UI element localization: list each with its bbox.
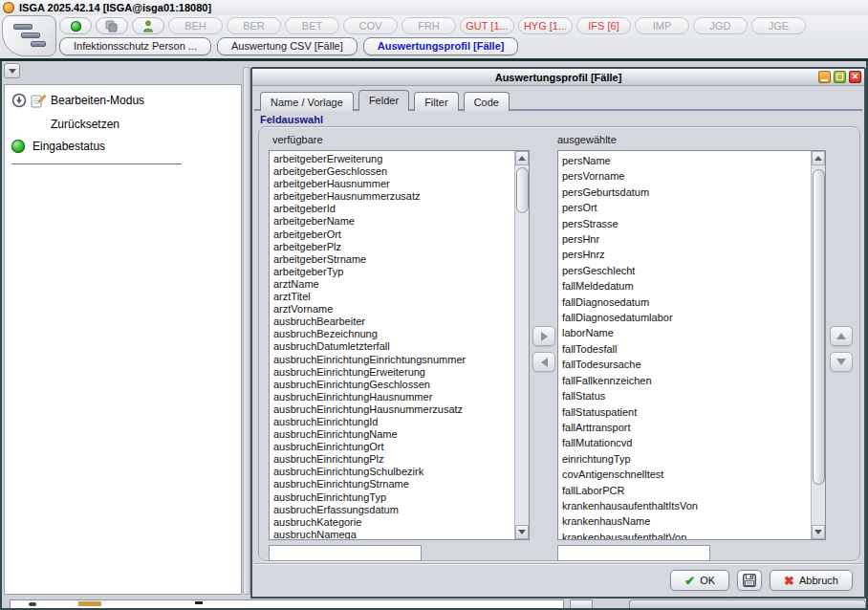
move-left-button[interactable] <box>532 352 555 372</box>
bottom-dropdown-button[interactable] <box>570 599 593 608</box>
dialog-tab[interactable]: Name / Vorlage <box>260 92 354 111</box>
list-item[interactable]: fallStatus <box>562 388 811 403</box>
status-green-button[interactable] <box>59 17 92 34</box>
list-item[interactable]: ausbruchKategorie <box>273 516 514 529</box>
list-item[interactable]: persHnr <box>562 231 811 247</box>
document-tab[interactable]: Infektionsschutz Person ... <box>59 37 211 55</box>
copy-button[interactable] <box>96 17 128 34</box>
list-item[interactable]: persHnrz <box>562 247 811 262</box>
save-button[interactable] <box>737 570 762 591</box>
available-scrollbar[interactable] <box>514 151 529 539</box>
module-tab[interactable]: BEH <box>168 17 223 34</box>
move-right-button[interactable] <box>532 326 555 346</box>
document-tab[interactable]: Auswertung CSV [Fälle] <box>217 37 358 55</box>
dialog-tab[interactable]: Felder <box>358 90 409 111</box>
document-tab[interactable]: Auswertungsprofil [Fälle] <box>363 37 519 55</box>
list-item[interactable]: fallStatuspatient <box>562 404 811 420</box>
list-item[interactable]: laborName <box>562 325 811 340</box>
list-item[interactable]: arbeitgeberHausnummer <box>273 178 514 190</box>
list-item[interactable]: ausbruchEinrichtungHausnummer <box>273 391 514 403</box>
selected-filter-input[interactable] <box>557 545 710 561</box>
move-up-button[interactable] <box>830 326 853 346</box>
module-tab[interactable]: FRH <box>401 17 456 34</box>
scroll-down-button[interactable] <box>812 525 825 539</box>
list-item[interactable]: ausbruchEinrichtungPlz <box>273 453 514 466</box>
list-item[interactable]: arbeitgeberStrname <box>273 253 514 266</box>
list-item[interactable]: persOrt <box>562 200 811 215</box>
module-tab[interactable]: BET <box>285 17 339 34</box>
list-item[interactable]: ausbruchDatumletzterfall <box>273 340 514 353</box>
list-item[interactable]: arbeitgeberOrt <box>273 229 514 241</box>
dialog-titlebar[interactable]: Auswertungsprofil [Fälle] ✕ <box>252 69 864 86</box>
list-item[interactable]: arztTitel <box>273 291 514 303</box>
scroll-track[interactable] <box>812 165 825 525</box>
scroll-up-button[interactable] <box>515 151 529 165</box>
list-item[interactable]: arbeitgeberPlz <box>273 241 514 253</box>
maximize-button[interactable] <box>834 71 846 83</box>
list-item[interactable]: arbeitgeberTyp <box>273 266 514 278</box>
list-item[interactable]: persStrasse <box>562 216 811 231</box>
list-item[interactable]: ausbruchNamega <box>273 529 514 539</box>
list-item[interactable]: fallMeldedatum <box>562 278 811 294</box>
scroll-thumb[interactable] <box>813 169 825 485</box>
list-item[interactable]: ausbruchEinrichtungEinrichtungsnummer <box>273 354 514 366</box>
list-item[interactable]: fallDiagnosedatum <box>562 294 811 310</box>
list-item[interactable]: persVorname <box>562 168 811 184</box>
selected-list[interactable]: persNamepersVornamepersGeburtsdatumpersO… <box>557 150 826 540</box>
sidebar-item-edit-mode[interactable]: Bearbeiten-Modus <box>11 93 144 108</box>
selected-scrollbar[interactable] <box>811 151 825 539</box>
list-item[interactable]: arbeitgeberHausnummerzusatz <box>273 190 514 203</box>
list-item[interactable]: ausbruchBezeichnung <box>273 328 514 340</box>
list-item[interactable]: persGeschlecht <box>562 263 811 278</box>
list-item[interactable]: einrichtungTyp <box>562 451 811 467</box>
dialog-tab[interactable]: Filter <box>414 92 458 111</box>
list-item[interactable]: krankenhausaufenthaltItsVon <box>562 498 811 513</box>
scroll-thumb[interactable] <box>516 167 529 213</box>
list-item[interactable]: fallDiagnosedatumlabor <box>562 310 811 325</box>
list-item[interactable]: arbeitgeberId <box>273 203 514 215</box>
minimize-button[interactable] <box>818 71 831 83</box>
move-down-button[interactable] <box>830 352 853 372</box>
list-item[interactable]: krankenhausName <box>562 513 811 529</box>
dialog-tab[interactable]: Code <box>464 92 510 111</box>
list-item[interactable]: fallArttransport <box>562 420 811 435</box>
list-item[interactable]: ausbruchEinrichtungErweiterung <box>273 366 514 379</box>
list-item[interactable]: fallFallkennzeichen <box>562 373 811 388</box>
person-button[interactable] <box>132 17 164 34</box>
list-item[interactable]: ausbruchEinrichtungTyp <box>273 491 514 504</box>
list-item[interactable]: ausbruchErfassungsdatum <box>273 504 514 516</box>
list-item[interactable]: ausbruchBearbeiter <box>273 316 514 328</box>
list-item[interactable]: persName <box>562 153 811 168</box>
list-item[interactable]: fallTodesfall <box>562 341 811 357</box>
scroll-up-button[interactable] <box>812 151 825 165</box>
list-item[interactable]: ausbruchEinrichtungId <box>273 416 514 428</box>
module-tab[interactable]: JGD <box>693 17 748 34</box>
list-item[interactable]: ausbruchEinrichtungName <box>273 428 514 441</box>
list-item[interactable]: krankenhausaufenthaltVon <box>562 530 811 539</box>
module-tab[interactable]: BER <box>227 17 281 34</box>
list-item[interactable]: arbeitgeberErweiterung <box>273 153 514 165</box>
list-item[interactable]: arbeitgeberName <box>273 215 514 228</box>
list-item[interactable]: ausbruchEinrichtungStrname <box>273 478 514 490</box>
list-item[interactable]: arztName <box>273 278 514 291</box>
list-item[interactable]: ausbruchEinrichtungHausnummerzusatz <box>273 403 514 416</box>
module-tab[interactable]: JGE <box>751 17 806 34</box>
list-item[interactable]: persGeburtsdatum <box>562 185 811 200</box>
sidebar-collapse-button[interactable] <box>4 63 20 78</box>
module-tab[interactable]: IFS [6] <box>576 17 631 34</box>
list-item[interactable]: covAntigenschnelltest <box>562 467 811 482</box>
list-item[interactable]: ausbruchEinrichtungOrt <box>273 441 514 453</box>
list-item[interactable]: fallMutationcvd <box>562 435 811 450</box>
list-item[interactable]: arbeitgeberGeschlossen <box>273 165 514 178</box>
list-item[interactable]: arztVorname <box>273 303 514 316</box>
list-item[interactable]: fallLaborPCR <box>562 483 811 498</box>
available-list[interactable]: arbeitgeberErweiterungarbeitgeberGeschlo… <box>269 150 530 540</box>
module-tab[interactable]: IMP <box>635 17 689 34</box>
module-tab[interactable]: COV <box>343 17 398 34</box>
scroll-track[interactable] <box>515 165 529 525</box>
module-tab[interactable]: HYG [1... <box>518 17 573 34</box>
list-item[interactable]: fallTodesursache <box>562 357 811 372</box>
module-tab[interactable]: GUT [1... <box>460 17 514 34</box>
ok-button[interactable]: ✔ OK <box>670 570 729 591</box>
sidebar-item-reset[interactable]: Zurücksetzen <box>51 118 119 131</box>
